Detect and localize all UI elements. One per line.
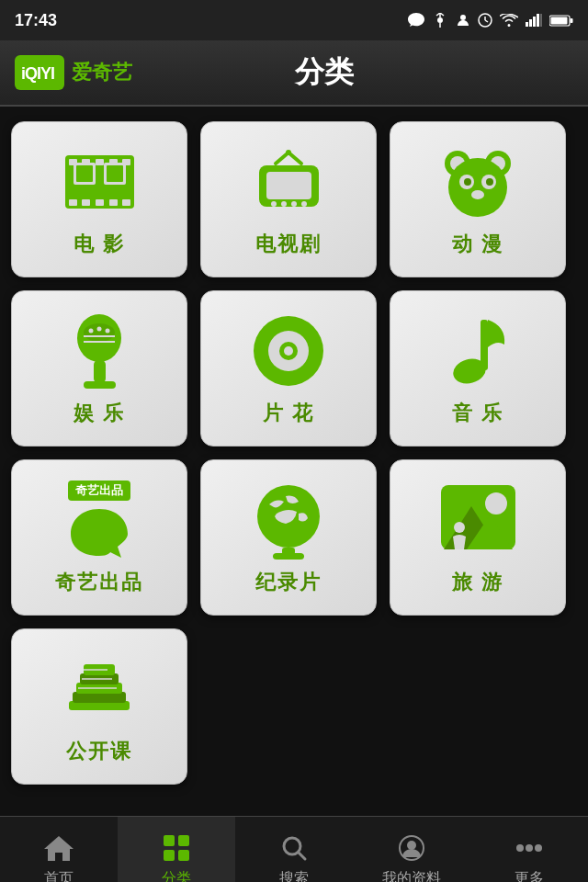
travel-label: 旅 游 [452, 569, 503, 596]
svg-point-94 [516, 844, 524, 852]
logo: iQIYI 爱奇艺 [15, 55, 132, 90]
nav-profile-label: 我的资料 [382, 869, 441, 882]
main-content: 电 影 [0, 107, 588, 816]
tv-icon [247, 141, 330, 223]
category-anime[interactable]: 动 漫 [390, 121, 566, 277]
svg-point-40 [281, 201, 287, 207]
svg-rect-89 [178, 850, 189, 861]
svg-text:iQIYI: iQIYI [21, 64, 54, 83]
category-row-2: 娱 乐 片 花 [11, 290, 577, 447]
tv-label: 电视剧 [255, 231, 322, 258]
nav-more[interactable]: 更多 [470, 817, 588, 883]
qiyi-badge-text: 奇艺出品 [68, 481, 130, 501]
category-tv[interactable]: 电视剧 [200, 121, 377, 277]
svg-point-55 [84, 323, 115, 342]
svg-rect-86 [164, 835, 175, 846]
nav-home-label: 首页 [44, 869, 74, 882]
svg-rect-15 [571, 18, 573, 23]
nav-home[interactable]: 首页 [0, 817, 118, 883]
svg-rect-87 [178, 835, 189, 846]
svg-point-41 [291, 201, 297, 207]
svg-rect-38 [266, 172, 311, 199]
svg-point-58 [88, 328, 93, 333]
category-documentary[interactable]: 纪录片 [200, 459, 377, 616]
svg-rect-62 [84, 381, 116, 389]
svg-rect-29 [69, 199, 77, 206]
svg-rect-22 [76, 165, 93, 182]
svg-rect-32 [109, 199, 118, 206]
svg-point-0 [437, 17, 443, 23]
grid-icon [161, 832, 192, 864]
nav-category[interactable]: 分类 [118, 817, 235, 883]
books-icon [58, 648, 141, 730]
logo-box: iQIYI [15, 55, 64, 90]
documentary-label: 纪录片 [255, 569, 322, 596]
note-icon [436, 310, 519, 392]
svg-point-96 [535, 844, 542, 852]
category-row-3: 奇艺出品 奇艺出品 [11, 459, 577, 616]
svg-point-36 [286, 150, 291, 155]
svg-rect-30 [82, 199, 90, 206]
svg-point-59 [96, 326, 101, 331]
svg-rect-61 [94, 360, 106, 383]
nav-profile[interactable]: 我的资料 [353, 817, 470, 883]
status-time: 17:43 [15, 11, 57, 30]
svg-point-76 [454, 522, 465, 533]
svg-point-53 [471, 190, 484, 199]
svg-rect-27 [109, 159, 118, 165]
movie-label: 电 影 [74, 231, 125, 258]
landscape-icon [436, 479, 519, 561]
svg-rect-28 [122, 159, 130, 165]
category-trailer[interactable]: 片 花 [200, 290, 377, 447]
svg-rect-26 [96, 159, 104, 165]
svg-rect-10 [529, 19, 532, 27]
search-icon [278, 832, 310, 864]
svg-rect-88 [164, 850, 175, 861]
svg-rect-25 [82, 159, 90, 165]
category-opencourse[interactable]: 公开课 [11, 628, 187, 785]
category-entertainment[interactable]: 娱 乐 [11, 290, 187, 447]
nav-search[interactable]: 搜索 [235, 817, 353, 883]
svg-point-95 [526, 844, 533, 852]
svg-point-66 [284, 346, 293, 356]
status-icons [408, 13, 573, 28]
dots-icon [514, 832, 545, 864]
svg-marker-85 [44, 836, 74, 861]
nav-category-label: 分类 [162, 869, 191, 882]
opencourse-label: 公开课 [66, 738, 132, 765]
logo-text: 爱奇艺 [72, 59, 132, 86]
svg-rect-71 [273, 553, 304, 560]
svg-rect-9 [526, 22, 528, 27]
svg-line-91 [299, 853, 305, 859]
entertainment-label: 娱 乐 [74, 400, 125, 427]
nav-more-label: 更多 [514, 869, 544, 882]
category-row-1: 电 影 [11, 121, 577, 277]
svg-line-8 [485, 20, 488, 22]
svg-point-60 [105, 328, 109, 333]
svg-rect-12 [537, 14, 539, 27]
mic-icon [58, 310, 141, 392]
svg-point-73 [485, 492, 507, 514]
svg-rect-31 [96, 199, 104, 206]
bear-icon [436, 141, 519, 223]
user-icon [396, 832, 427, 864]
category-music[interactable]: 音 乐 [390, 290, 566, 447]
nav-search-label: 搜索 [279, 869, 309, 882]
trailer-label: 片 花 [263, 400, 314, 427]
category-travel[interactable]: 旅 游 [390, 459, 566, 616]
svg-rect-23 [107, 165, 123, 182]
svg-point-42 [301, 201, 307, 207]
svg-rect-11 [533, 17, 536, 27]
category-row-4: 公开课 [11, 628, 577, 785]
svg-point-5 [460, 15, 466, 20]
status-bar: 17:43 [0, 0, 588, 40]
category-qiyi[interactable]: 奇艺出品 奇艺出品 [11, 459, 187, 616]
svg-point-39 [271, 201, 277, 207]
svg-point-50 [464, 178, 471, 186]
anime-label: 动 漫 [452, 231, 503, 258]
category-movie[interactable]: 电 影 [11, 121, 187, 277]
bottom-nav: 首页 分类 搜索 [0, 816, 588, 882]
qiyi-icon: 奇艺出品 [58, 479, 141, 561]
globe-icon [247, 479, 330, 561]
qiyi-label: 奇艺出品 [55, 569, 143, 596]
